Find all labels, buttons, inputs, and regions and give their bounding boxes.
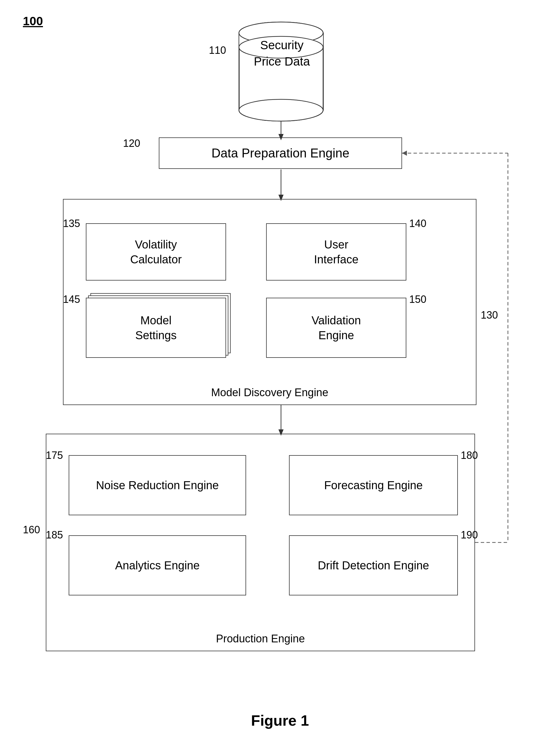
ref-145: 145 xyxy=(63,293,80,305)
svg-marker-20 xyxy=(402,151,407,156)
analytics-engine-label: Analytics Engine xyxy=(115,558,200,573)
db-ref: 110 xyxy=(209,44,226,56)
forecasting-engine-box: Forecasting Engine xyxy=(289,455,458,515)
ref-100: 100 xyxy=(23,14,43,28)
model-settings-label: Model Settings xyxy=(135,313,177,343)
ref-180: 180 xyxy=(461,450,478,461)
user-interface-label: User Interface xyxy=(314,237,359,267)
validation-engine-box: Validation Engine xyxy=(266,298,406,358)
ref-140: 140 xyxy=(409,218,426,230)
drift-detection-engine-box: Drift Detection Engine xyxy=(289,535,458,595)
data-preparation-engine-box: Data Preparation Engine xyxy=(159,137,402,169)
volatility-calculator-label: Volatility Calculator xyxy=(130,237,182,267)
user-interface-box: User Interface xyxy=(266,223,406,280)
svg-point-3 xyxy=(239,99,323,121)
model-discovery-engine-label: Model Discovery Engine xyxy=(211,387,328,399)
data-preparation-engine-label: Data Preparation Engine xyxy=(212,146,349,160)
analytics-engine-box: Analytics Engine xyxy=(69,535,246,595)
diagram-container: 100 110 Security Price Data 120 Data Pre… xyxy=(0,0,560,752)
figure-label: Figure 1 xyxy=(251,712,309,729)
drift-detection-engine-label: Drift Detection Engine xyxy=(318,558,429,573)
ref-160: 160 xyxy=(23,524,40,536)
svg-point-10 xyxy=(239,99,323,121)
validation-engine-label: Validation Engine xyxy=(312,313,361,343)
ref-130: 130 xyxy=(481,309,498,321)
production-engine-label: Production Engine xyxy=(216,633,305,645)
noise-reduction-engine-box: Noise Reduction Engine xyxy=(69,455,246,515)
model-settings-box: Model Settings xyxy=(86,298,226,358)
ref-135: 135 xyxy=(63,218,80,230)
ref-190: 190 xyxy=(461,529,478,541)
security-price-data-label: Security Price Data xyxy=(235,37,329,70)
ref-120: 120 xyxy=(123,137,140,150)
noise-reduction-engine-label: Noise Reduction Engine xyxy=(96,478,219,493)
ref-150: 150 xyxy=(409,293,426,305)
ref-185: 185 xyxy=(46,529,63,541)
ref-175: 175 xyxy=(46,450,63,461)
volatility-calculator-box: Volatility Calculator xyxy=(86,223,226,280)
forecasting-engine-label: Forecasting Engine xyxy=(324,478,423,493)
